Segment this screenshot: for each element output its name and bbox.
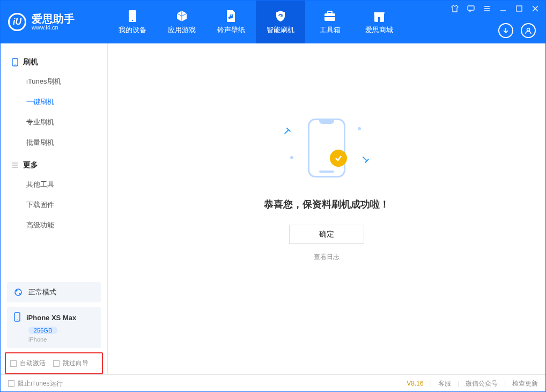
skin-icon[interactable]	[450, 4, 460, 13]
mode-icon	[13, 287, 23, 297]
sidebar-item-advanced[interactable]: 高级功能	[1, 215, 107, 235]
maximize-icon[interactable]	[514, 4, 524, 13]
separator: |	[430, 380, 432, 387]
svg-point-1	[132, 20, 134, 21]
nav-ringtone[interactable]: 铃声壁纸	[206, 1, 256, 43]
mode-card[interactable]: 正常模式	[7, 282, 101, 302]
svg-point-11	[15, 289, 21, 295]
footer-link-service[interactable]: 客服	[438, 379, 451, 388]
footer-right: V8.16 | 客服 | 微信公众号 | 检查更新	[407, 379, 538, 388]
separator: |	[504, 380, 506, 387]
footer: 阻止iTunes运行 V8.16 | 客服 | 微信公众号 | 检查更新	[1, 374, 545, 392]
footer-link-update[interactable]: 检查更新	[512, 379, 538, 388]
toolbox-icon	[323, 9, 337, 23]
svg-point-15	[17, 320, 18, 321]
sidebar-item-pro-flash[interactable]: 专业刷机	[1, 112, 107, 132]
nav-label: 铃声壁纸	[217, 25, 245, 35]
checkbox-icon	[10, 360, 17, 367]
sidebar-heading-more: 更多	[1, 156, 107, 174]
nav-label: 应用游戏	[168, 25, 196, 35]
sidebar-list-more: 其他工具 下载固件 高级功能	[1, 174, 107, 235]
nav-label: 爱思商城	[365, 25, 393, 35]
sidebar-item-other-tools[interactable]: 其他工具	[1, 174, 107, 195]
sidebar-group-more: 更多 其他工具 下载固件 高级功能	[1, 156, 107, 239]
menu-icon[interactable]	[482, 4, 492, 13]
success-panel: 恭喜您，保资料刷机成功啦！ 确定 查看日志	[219, 119, 434, 262]
svg-point-12	[16, 290, 18, 292]
sidebar-item-itunes-flash[interactable]: iTunes刷机	[1, 71, 107, 92]
footer-link-wechat[interactable]: 微信公众号	[466, 379, 498, 388]
separator: |	[458, 380, 459, 387]
device-icon	[126, 9, 139, 23]
brand-name-cn: 爱思助手	[32, 13, 75, 24]
nav-label: 工具箱	[320, 25, 341, 35]
svg-rect-3	[328, 11, 332, 13]
main-pane: 恭喜您，保资料刷机成功啦！ 确定 查看日志	[108, 43, 545, 374]
version-text: V8.16	[407, 380, 423, 387]
download-button[interactable]	[498, 23, 513, 38]
checkbox-label: 跳过向导	[63, 359, 88, 368]
checkbox-block-itunes[interactable]: 阻止iTunes运行	[8, 379, 63, 388]
sidebar: 刷机 iTunes刷机 一键刷机 专业刷机 批量刷机 更多 其他工具 下载固件 …	[1, 43, 108, 374]
svg-point-8	[527, 28, 530, 31]
view-log-link[interactable]: 查看日志	[314, 253, 340, 262]
success-illustration	[273, 119, 380, 183]
nav-label: 智能刷机	[267, 25, 294, 35]
device-type: iPhone	[28, 336, 94, 343]
check-badge-icon	[330, 150, 347, 167]
top-nav: 我的设备 应用游戏 铃声壁纸 智能刷机 工具箱 爱思商城	[108, 1, 404, 43]
list-icon	[11, 162, 19, 168]
sidebar-spacer	[1, 239, 107, 277]
device-card[interactable]: iPhone XS Max 256GB iPhone	[7, 307, 101, 348]
sidebar-heading-label: 更多	[23, 160, 38, 170]
minimize-icon[interactable]	[498, 4, 508, 13]
checkbox-skip-guide[interactable]: 跳过向导	[53, 359, 88, 368]
nav-toolbox[interactable]: 工具箱	[305, 1, 355, 43]
nav-store[interactable]: 爱思商城	[355, 1, 404, 43]
phone-icon	[11, 58, 19, 66]
nav-flash[interactable]: 智能刷机	[256, 1, 305, 43]
brand-text: 爱思助手 www.i4.cn	[26, 13, 75, 31]
device-small-icon	[13, 312, 21, 323]
phone-outline-icon	[308, 119, 345, 177]
mode-label: 正常模式	[28, 287, 56, 297]
account-button[interactable]	[521, 23, 536, 38]
brand-logo: iU	[8, 13, 26, 31]
svg-rect-5	[378, 17, 380, 22]
close-icon[interactable]	[530, 4, 540, 13]
svg-rect-4	[324, 16, 335, 17]
svg-point-10	[14, 64, 16, 65]
cube-icon	[175, 9, 189, 23]
sidebar-list-flash: iTunes刷机 一键刷机 专业刷机 批量刷机	[1, 71, 107, 153]
sidebar-item-onekey-flash[interactable]: 一键刷机	[1, 92, 107, 112]
sidebar-device-cards: 正常模式 iPhone XS Max 256GB iPhone	[1, 277, 107, 348]
svg-point-13	[19, 293, 21, 295]
nav-my-device[interactable]: 我的设备	[108, 1, 157, 43]
body: 刷机 iTunes刷机 一键刷机 专业刷机 批量刷机 更多 其他工具 下载固件 …	[1, 43, 545, 374]
brand-area: iU 爱思助手 www.i4.cn	[1, 1, 108, 43]
device-name: iPhone XS Max	[26, 314, 76, 322]
checkbox-icon	[8, 380, 14, 387]
checkbox-icon	[53, 360, 60, 367]
store-icon	[372, 9, 386, 23]
brand-name-en: www.i4.cn	[32, 24, 75, 31]
window-controls	[450, 4, 540, 13]
checkbox-label: 自动激活	[20, 359, 46, 368]
sidebar-heading-label: 刷机	[23, 57, 38, 67]
success-message: 恭喜您，保资料刷机成功啦！	[264, 198, 389, 211]
ok-button[interactable]: 确定	[289, 225, 364, 244]
checkbox-auto-activate[interactable]: 自动激活	[10, 359, 46, 368]
svg-rect-7	[517, 6, 522, 11]
nav-apps[interactable]: 应用游戏	[157, 1, 206, 43]
sidebar-group-flash: 刷机 iTunes刷机 一键刷机 专业刷机 批量刷机	[1, 53, 107, 156]
shield-refresh-icon	[274, 9, 287, 23]
sidebar-item-batch-flash[interactable]: 批量刷机	[1, 132, 107, 153]
nav-label: 我的设备	[119, 25, 146, 35]
titlebar-actions	[498, 23, 536, 38]
svg-rect-6	[468, 6, 474, 10]
sidebar-bottom-options: 自动激活 跳过向导	[5, 352, 103, 374]
sidebar-heading-flash: 刷机	[1, 53, 107, 71]
sidebar-item-download-firmware[interactable]: 下载固件	[1, 195, 107, 215]
feedback-icon[interactable]	[466, 4, 476, 13]
titlebar: iU 爱思助手 www.i4.cn 我的设备 应用游戏 铃声壁纸 智能刷机 工具…	[1, 1, 545, 43]
